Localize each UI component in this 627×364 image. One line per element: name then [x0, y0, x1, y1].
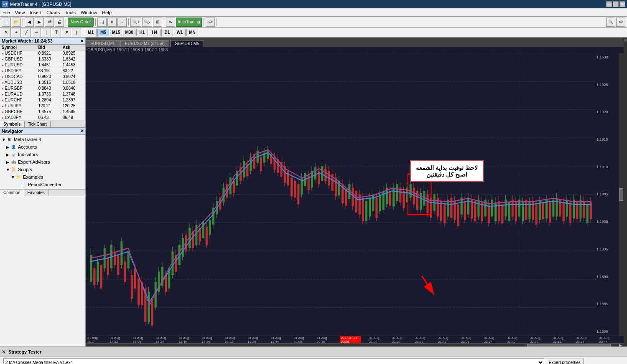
h-scroll-thumb[interactable] — [527, 344, 611, 346]
nav-expand-scripts[interactable]: ▼ — [6, 167, 10, 172]
nav-scripts[interactable]: ▼ 📜 Scripts — [1, 166, 84, 173]
tab-tick-chart[interactable]: Tick Chart — [25, 121, 51, 127]
scroll-right-arrow[interactable]: ▶ — [619, 343, 622, 347]
indicators-button[interactable]: ∿ — [166, 18, 175, 27]
chart-tab-gbpusd-m5[interactable]: GBPUSD,M5 — [170, 40, 204, 47]
chart-tab-eurusd-m2[interactable]: EURUSD,M2 (offline) — [120, 40, 169, 47]
nav-period-converter[interactable]: 📄 PeriodConverter — [1, 181, 84, 188]
tf-mn[interactable]: MN — [186, 29, 198, 36]
new-order-button[interactable]: New Order — [68, 18, 94, 27]
bid-cell: 0.8843 — [36, 86, 61, 91]
settings-button[interactable]: ⚙ — [206, 18, 215, 27]
crosshair-tool[interactable]: + — [12, 28, 21, 37]
svg-rect-70 — [192, 231, 194, 248]
tf-w1[interactable]: W1 — [174, 29, 186, 36]
market-row[interactable]: ● EURCHF 1.2894 1.2897 — [0, 97, 85, 103]
price-6: 1.1905 — [596, 192, 618, 196]
symbol-cell: ● EURAUD — [0, 91, 36, 97]
candles-container[interactable]: لاحظ توقيت بداية الشمعه اصبح كل دقيقتين — [86, 53, 596, 336]
tab-favorites[interactable]: Favorites — [24, 190, 48, 196]
market-row[interactable]: ● GBPUSD 1.6339 1.6342 — [0, 56, 85, 62]
nav-indicators[interactable]: ▶ 📊 Indicators — [1, 151, 84, 158]
nav-expert-advisors[interactable]: ▶ 🤖 Expert Advisors — [1, 158, 84, 166]
nav-root[interactable]: ▼ 🖥 MetaTrader 4 — [1, 136, 84, 143]
tf-h4[interactable]: H4 — [149, 29, 161, 36]
open-button[interactable]: 📂 — [12, 18, 21, 27]
tf-m1[interactable]: M1 — [85, 29, 97, 36]
nav-expand-indicators[interactable]: ▶ — [6, 152, 10, 157]
autotrading-button[interactable]: AutoTrading — [176, 18, 202, 27]
market-row[interactable]: ● GBPCHF 1.4575 1.4585 — [0, 109, 85, 115]
tab-common[interactable]: Common — [0, 190, 24, 196]
text-tool[interactable]: T — [52, 28, 61, 37]
forward-button[interactable]: ▶ — [35, 18, 44, 27]
price-2: 1.1925 — [596, 83, 618, 87]
fib-tool[interactable]: ∥ — [72, 28, 81, 37]
tab-symbols[interactable]: Symbols — [0, 121, 25, 127]
hline-tool[interactable]: ─ — [32, 28, 41, 37]
chart-tab-eurusd-m1[interactable]: EURUSD,M1 — [86, 40, 120, 47]
svg-rect-160 — [345, 189, 347, 206]
market-row[interactable]: ● EURUSD 1.4451 1.4453 — [0, 62, 85, 68]
market-row[interactable]: ● CADJPY 86.43 86.49 — [0, 115, 85, 121]
market-watch-close[interactable]: ✕ — [80, 39, 84, 43]
back-button[interactable]: ◀ — [25, 18, 34, 27]
tf-m5[interactable]: M5 — [97, 29, 109, 36]
menu-charts[interactable]: Charts — [44, 8, 62, 16]
refresh-button[interactable]: ↺ — [45, 18, 54, 27]
expert-properties-btn[interactable]: Expert properties — [546, 359, 584, 364]
market-row[interactable]: ● USDCHF 0.8921 0.8925 — [0, 51, 85, 56]
symbol-cell: ● GBPUSD — [0, 56, 36, 62]
nav-expand-accounts[interactable]: ▶ — [6, 145, 10, 149]
market-row[interactable]: ● EURAUD 1.3736 1.3748 — [0, 91, 85, 97]
ea-select[interactable]: 2 MA Crosses Mega filter EA V1.ex4 — [3, 358, 544, 364]
menu-tools[interactable]: Tools — [62, 8, 78, 16]
menu-file[interactable]: File — [0, 8, 13, 16]
menu-insert[interactable]: Insert — [27, 8, 44, 16]
st-title: Strategy Tester — [8, 349, 41, 354]
nav-accounts[interactable]: ▶ 👤 Accounts — [1, 143, 84, 151]
nav-examples[interactable]: ▼ 📁 Examples — [1, 173, 84, 181]
print-button[interactable]: 🖨 — [55, 18, 64, 27]
nav-expand-root[interactable]: ▼ — [2, 137, 6, 142]
tf-m30[interactable]: M30 — [123, 29, 135, 36]
close-button[interactable]: ✕ — [619, 1, 625, 7]
cursor-tool[interactable]: ↖ — [2, 28, 11, 37]
market-row[interactable]: ● USDJPY 83.19 83.22 — [0, 68, 85, 74]
menu-help[interactable]: Help — [99, 8, 114, 16]
chart-header: GBPUSD,M5 1.1907 1.1908 1.1907 1.1908 — [86, 47, 624, 53]
vertical-scrollbar[interactable] — [619, 53, 624, 336]
restore-button[interactable]: □ — [613, 1, 619, 7]
new-chart-button[interactable]: 📄 — [2, 18, 11, 27]
market-watch-label: Market Watch: 16:24:53 — [2, 38, 53, 43]
minimize-button[interactable]: ─ — [606, 1, 612, 7]
tf-h1[interactable]: H1 — [136, 29, 148, 36]
right-panel-btn[interactable] — [624, 39, 627, 41]
zoom-out-button[interactable]: 🔍- — [142, 18, 152, 27]
bid-cell: 1.3736 — [36, 91, 61, 97]
chart-bar-button[interactable]: 📊 — [97, 18, 107, 27]
menu-window[interactable]: Window — [78, 8, 99, 16]
vline-tool[interactable]: │ — [42, 28, 51, 37]
v-scroll-thumb[interactable] — [619, 188, 623, 201]
nav-expand-examples[interactable]: ▼ — [11, 175, 15, 179]
st-close-btn[interactable]: ✕ — [2, 349, 6, 355]
line-tool[interactable]: ╱ — [22, 28, 31, 37]
zoom-in-button[interactable]: 🔍+ — [130, 18, 141, 27]
tf-d1[interactable]: D1 — [161, 29, 173, 36]
arrow-tool[interactable]: ↗ — [62, 28, 71, 37]
market-row[interactable]: ● EURJPY 120.21 120.25 — [0, 103, 85, 109]
chart-candle-button[interactable]: 🕯 — [107, 18, 117, 27]
search-icon[interactable]: 🔍 — [606, 18, 615, 27]
horizontal-scrollbar[interactable]: ▶ — [86, 343, 624, 346]
search-settings-icon[interactable]: ⚙ — [616, 18, 625, 27]
market-row[interactable]: ● EURGBP 0.8843 0.8846 — [0, 86, 85, 91]
market-row[interactable]: ● USDCAD 0.9620 0.9624 — [0, 74, 85, 80]
tf-m15[interactable]: M15 — [110, 29, 122, 36]
menu-view[interactable]: View — [13, 8, 28, 16]
navigator-close[interactable]: ✕ — [80, 129, 84, 134]
chart-line-button[interactable]: 📈 — [117, 18, 127, 27]
grid-button[interactable]: ⊞ — [153, 18, 162, 27]
market-row[interactable]: ● AUDUSD 1.0515 1.0518 — [0, 80, 85, 86]
nav-expand-ea[interactable]: ▶ — [6, 160, 10, 164]
